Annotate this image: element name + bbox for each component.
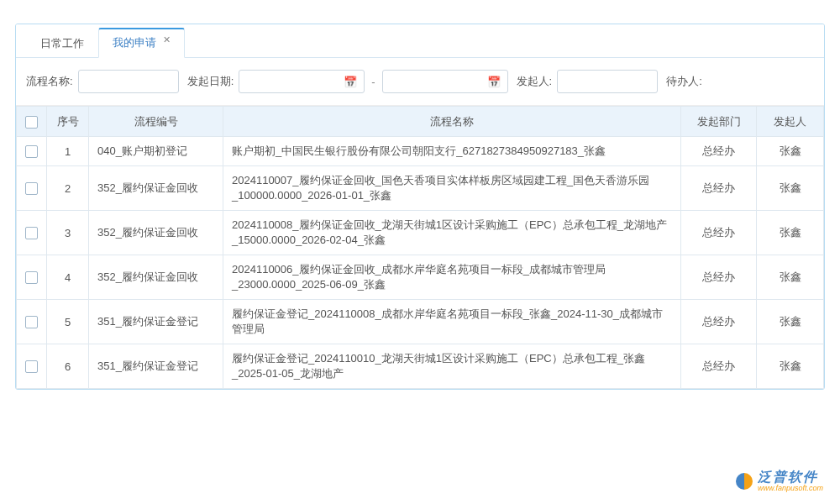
table-row[interactable]: 1040_账户期初登记账户期初_中国民生银行股份有限公司朝阳支行_6271827… [17,137,824,166]
tab-label: 日常工作 [40,36,84,51]
cell-person: 张鑫 [757,137,824,166]
cell-seq: 4 [47,255,89,300]
cell-name: 账户期初_中国民生银行股份有限公司朝阳支行_627182738495092718… [223,137,681,166]
table-row[interactable]: 2352_履约保证金回收2024110007_履约保证金回收_国色天香项目实体样… [17,166,824,211]
cell-person: 张鑫 [757,344,824,389]
row-checkbox[interactable] [25,316,38,328]
cell-person: 张鑫 [757,300,824,344]
table-header-row: 序号 流程编号 流程名称 发起部门 发起人 [17,107,824,137]
cell-dept: 总经办 [681,137,757,166]
row-checkbox[interactable] [25,227,38,239]
col-header-code: 流程编号 [89,107,223,137]
cell-dept: 总经办 [681,255,757,300]
filter-start-date: 发起日期: 📅 - 📅 [187,70,508,93]
cell-checkbox [17,166,47,211]
cell-checkbox [17,255,47,300]
filter-initiator: 发起人: [517,70,659,93]
assignee-label: 待办人: [666,74,702,89]
cell-name: 2024110008_履约保证金回收_龙湖天街城1区设计采购施工（EPC）总承包… [223,211,681,255]
start-date-to-input[interactable]: 📅 [382,70,508,93]
cell-code: 352_履约保证金回收 [89,255,223,300]
calendar-icon: 📅 [344,76,357,88]
cell-checkbox [17,300,47,344]
cell-code: 040_账户期初登记 [89,137,223,166]
cell-checkbox [17,137,47,166]
process-name-label: 流程名称: [26,74,73,89]
filter-assignee: 待办人: [666,74,702,89]
row-checkbox[interactable] [25,271,38,284]
process-name-input[interactable] [78,70,179,93]
cell-person: 张鑫 [757,166,824,211]
main-panel: 日常工作我的申请✕ 流程名称: 发起日期: 📅 - 📅 发起人: 待办人: [15,24,825,390]
cell-seq: 5 [47,300,89,344]
col-header-name: 流程名称 [223,107,681,137]
cell-name: 履约保证金登记_2024110008_成都水岸华庭名苑项目一标段_张鑫_2024… [223,300,681,344]
select-all-checkbox[interactable] [25,116,38,129]
filter-process-name: 流程名称: [26,70,179,93]
cell-dept: 总经办 [681,166,757,211]
date-range-separator: - [370,76,376,88]
close-icon[interactable]: ✕ [163,34,171,45]
calendar-icon: 📅 [487,76,501,88]
cell-seq: 6 [47,344,89,389]
start-date-from-input[interactable]: 📅 [239,70,365,93]
cell-person: 张鑫 [757,211,824,255]
row-checkbox[interactable] [25,360,38,373]
initiator-label: 发起人: [517,74,553,89]
cell-checkbox [17,344,47,389]
cell-dept: 总经办 [681,211,757,255]
col-header-person: 发起人 [757,107,824,137]
row-checkbox[interactable] [25,145,38,158]
cell-dept: 总经办 [681,344,757,389]
row-checkbox[interactable] [25,182,38,195]
table-scroll[interactable]: 序号 流程编号 流程名称 发起部门 发起人 1040_账户期初登记账户期初_中国… [16,106,824,389]
initiator-input[interactable] [557,70,658,93]
cell-code: 351_履约保证金登记 [89,300,223,344]
table-row[interactable]: 6351_履约保证金登记履约保证金登记_2024110010_龙湖天街城1区设计… [17,344,824,389]
cell-seq: 3 [47,211,89,255]
data-table: 序号 流程编号 流程名称 发起部门 发起人 1040_账户期初登记账户期初_中国… [16,106,824,389]
tab-1[interactable]: 我的申请✕ [98,28,185,58]
cell-checkbox [17,211,47,255]
col-header-seq: 序号 [47,107,89,137]
table-row[interactable]: 4352_履约保证金回收2024110006_履约保证金回收_成都水岸华庭名苑项… [17,255,824,300]
tab-0[interactable]: 日常工作 [26,29,98,58]
filter-bar: 流程名称: 发起日期: 📅 - 📅 发起人: 待办人: [16,58,824,106]
tab-label: 我的申请 [113,35,156,50]
table-row[interactable]: 5351_履约保证金登记履约保证金登记_2024110008_成都水岸华庭名苑项… [17,300,824,344]
col-header-checkbox [17,107,47,137]
start-date-label: 发起日期: [187,74,234,89]
cell-code: 351_履约保证金登记 [89,344,223,389]
cell-person: 张鑫 [757,255,824,300]
cell-dept: 总经办 [681,300,757,344]
cell-code: 352_履约保证金回收 [89,166,223,211]
cell-name: 履约保证金登记_2024110010_龙湖天街城1区设计采购施工（EPC）总承包… [223,344,681,389]
col-header-dept: 发起部门 [681,107,757,137]
cell-name: 2024110006_履约保证金回收_成都水岸华庭名苑项目一标段_成都城市管理局… [223,255,681,300]
table-row[interactable]: 3352_履约保证金回收2024110008_履约保证金回收_龙湖天街城1区设计… [17,211,824,255]
cell-code: 352_履约保证金回收 [89,211,223,255]
cell-seq: 2 [47,166,89,211]
cell-name: 2024110007_履约保证金回收_国色天香项目实体样板房区域园建工程_国色天… [223,166,681,211]
cell-seq: 1 [47,137,89,166]
tab-bar: 日常工作我的申请✕ [16,24,824,58]
